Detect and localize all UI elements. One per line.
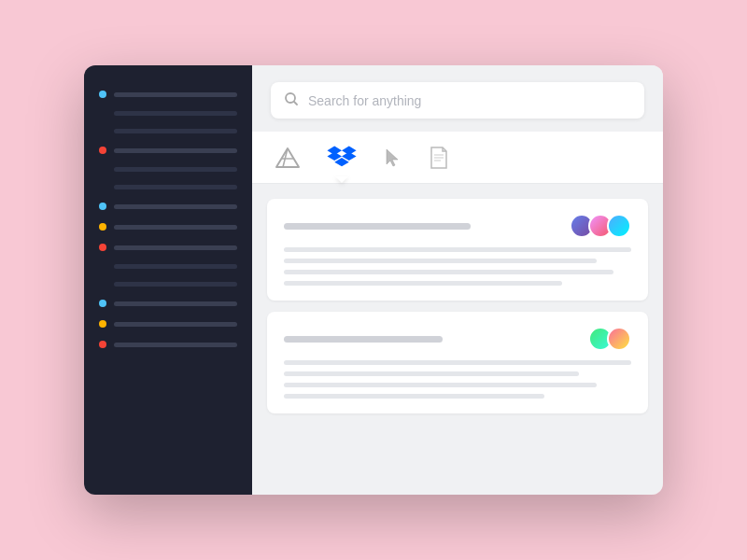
sidebar-line <box>114 204 237 209</box>
sidebar-line <box>114 245 237 250</box>
avatar <box>607 327 631 351</box>
main-panel: Search for anything <box>252 65 663 495</box>
service-bar <box>252 132 663 184</box>
card-content-lines <box>284 360 631 399</box>
content-line <box>284 270 613 274</box>
result-card <box>267 199 648 301</box>
sidebar-line <box>114 343 237 347</box>
content-line <box>284 383 597 387</box>
sidebar-item[interactable] <box>84 334 252 355</box>
content-line <box>284 247 631 252</box>
sidebar-item[interactable] <box>84 161 252 178</box>
sidebar-line <box>114 148 237 153</box>
sidebar-item[interactable] <box>84 237 252 258</box>
sidebar-line <box>114 264 237 269</box>
sidebar-dot <box>99 244 106 251</box>
cursor-tab[interactable] <box>383 147 403 168</box>
sidebar-line <box>114 301 237 306</box>
sidebar-item[interactable] <box>84 293 252 314</box>
card-content-lines <box>284 247 631 286</box>
content-area <box>252 184 663 495</box>
app-window: Search for anything <box>84 65 663 495</box>
document-icon <box>430 147 448 169</box>
sidebar-dot <box>99 341 106 348</box>
content-line <box>284 371 579 376</box>
sidebar-dot <box>99 203 106 210</box>
gdrive-tab[interactable] <box>275 147 301 169</box>
sidebar-item[interactable] <box>84 140 252 161</box>
svg-marker-10 <box>387 149 398 166</box>
sidebar-item[interactable] <box>84 105 252 122</box>
avatar-group <box>570 214 631 238</box>
sidebar-line <box>114 185 237 189</box>
dropbox-icon <box>327 145 357 171</box>
search-placeholder: Search for anything <box>308 93 421 108</box>
card-header <box>284 214 631 238</box>
sidebar-item[interactable] <box>84 178 252 196</box>
sidebar-item[interactable] <box>84 122 252 140</box>
card-header <box>284 327 631 351</box>
sidebar-item[interactable] <box>84 314 252 334</box>
cursor-icon <box>383 147 403 168</box>
sidebar-item[interactable] <box>84 196 252 217</box>
sidebar-item[interactable] <box>84 217 252 237</box>
sidebar-item[interactable] <box>84 275 252 293</box>
result-card <box>267 312 648 413</box>
sidebar-dot <box>99 91 106 98</box>
sidebar <box>84 65 252 495</box>
sidebar-dot <box>99 223 106 231</box>
sidebar-item[interactable] <box>84 84 252 105</box>
content-line <box>284 281 562 286</box>
sidebar-line <box>114 322 237 327</box>
search-bar[interactable]: Search for anything <box>271 82 644 119</box>
search-icon <box>284 91 299 109</box>
document-tab[interactable] <box>430 147 448 169</box>
sidebar-dot <box>99 147 106 154</box>
avatar <box>607 214 631 238</box>
sidebar-dot <box>99 320 106 328</box>
avatar-group <box>588 327 631 351</box>
sidebar-line <box>114 111 237 116</box>
content-line <box>284 394 544 399</box>
svg-line-1 <box>294 102 297 105</box>
content-line <box>284 360 631 365</box>
sidebar-line <box>114 167 237 172</box>
sidebar-line <box>114 129 237 133</box>
content-line <box>284 259 597 263</box>
sidebar-item[interactable] <box>84 258 252 275</box>
gdrive-icon <box>275 147 301 169</box>
sidebar-line <box>114 225 237 230</box>
sidebar-line <box>114 92 237 97</box>
sidebar-dot <box>99 300 106 307</box>
dropbox-tab[interactable] <box>327 145 357 171</box>
sidebar-line <box>114 282 237 287</box>
search-bar-wrapper: Search for anything <box>252 65 663 132</box>
card-title-line <box>284 336 443 343</box>
card-title-line <box>284 223 471 230</box>
